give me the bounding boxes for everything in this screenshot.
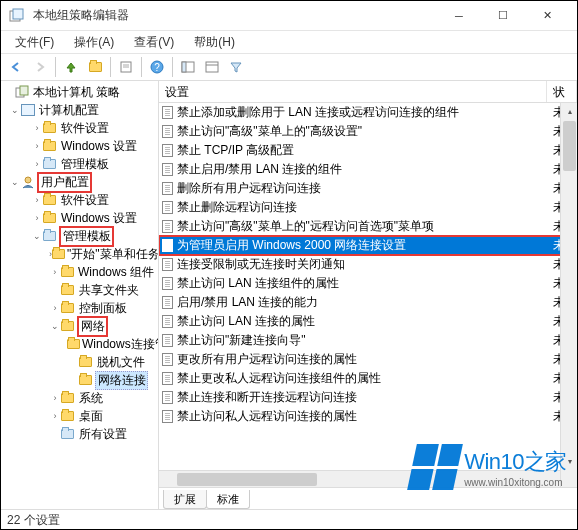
extended-icon[interactable] [177,56,199,78]
setting-label: 禁止访问私人远程访问连接的属性 [175,408,549,425]
setting-row[interactable]: 连接受限制或无连接时关闭通知未 [159,255,577,274]
tree-network-connections[interactable]: 网络连接 [95,371,148,390]
tree-item[interactable]: 控制面板 [77,300,127,317]
setting-row[interactable]: 禁止访问"高级"菜单上的"高级设置"未 [159,122,577,141]
setting-row[interactable]: 禁止访问"新建连接向导"未 [159,331,577,350]
tree-item[interactable]: Windows 设置 [59,138,137,155]
tree-item[interactable]: 软件设置 [59,192,109,209]
folder-icon [43,139,59,153]
scroll-thumb[interactable] [563,121,576,171]
setting-row[interactable]: 禁止删除远程访问连接未 [159,198,577,217]
folder-icon [43,193,59,207]
nav-back-button[interactable] [5,56,27,78]
settings-list[interactable]: 禁止添加或删除用于 LAN 连接或远程访问连接的组件未禁止访问"高级"菜单上的"… [159,103,577,487]
tree-user-config[interactable]: 用户配置 [37,172,92,193]
tree-pane[interactable]: 本地计算机 策略 ⌄计算机配置 ›软件设置 ›Windows 设置 ›管理模板 … [1,81,159,509]
nav-up-button[interactable] [60,56,82,78]
folder-icon [61,409,77,423]
setting-label: 为管理员启用 Windows 2000 网络连接设置 [175,237,549,254]
setting-row[interactable]: 禁止访问 LAN 连接的属性未 [159,312,577,331]
tree-item[interactable]: "开始"菜单和任务栏 [65,246,159,263]
tree-item[interactable]: 系统 [77,390,103,407]
tree-item[interactable]: 管理模板 [59,156,109,173]
show-tree-button[interactable] [84,56,106,78]
folder-icon [79,373,95,387]
folder-icon [43,121,59,135]
menu-view[interactable]: 查看(V) [126,32,182,53]
setting-icon [159,296,175,309]
tree-computer-config[interactable]: 计算机配置 [37,102,99,119]
setting-row[interactable]: 更改所有用户远程访问连接的属性未 [159,350,577,369]
tree-item[interactable]: 桌面 [77,408,103,425]
setting-label: 禁止访问"高级"菜单上的"远程访问首选项"菜单项 [175,218,549,235]
folder-icon [79,355,95,369]
tree-root[interactable]: 本地计算机 策略 [31,84,120,101]
setting-row[interactable]: 为管理员启用 Windows 2000 网络连接设置未 [159,236,577,255]
setting-row[interactable]: 删除所有用户远程访问连接未 [159,179,577,198]
setting-row[interactable]: 禁止 TCP/IP 高级配置未 [159,141,577,160]
setting-icon [159,353,175,366]
svg-rect-1 [13,9,23,19]
menu-help[interactable]: 帮助(H) [186,32,243,53]
folder-icon [43,157,59,171]
setting-row[interactable]: 禁止连接和断开连接远程访问连接未 [159,388,577,407]
setting-row[interactable]: 禁止访问"高级"菜单上的"远程访问首选项"菜单项未 [159,217,577,236]
app-icon [9,8,25,24]
list-header: 设置 状态 [159,81,577,103]
policy-icon [15,85,31,99]
tree-item[interactable]: Windows 组件 [76,264,154,281]
setting-icon [159,277,175,290]
menu-file[interactable]: 文件(F) [7,32,62,53]
properties-button[interactable] [115,56,137,78]
expand-icon[interactable]: ⌄ [9,177,21,187]
tree-item[interactable]: Windows 设置 [59,210,137,227]
folder-icon [52,247,65,261]
svg-rect-12 [20,86,28,95]
setting-icon [159,201,175,214]
tree-item[interactable]: 所有设置 [77,426,127,443]
standard-icon[interactable] [201,56,223,78]
close-button[interactable]: ✕ [525,2,569,30]
tree-item[interactable]: 共享文件夹 [77,282,139,299]
setting-row[interactable]: 禁止访问私人远程访问连接的属性未 [159,407,577,426]
tree-admin-templates[interactable]: 管理模板 [59,226,114,247]
tree-network[interactable]: 网络 [77,316,108,337]
expand-icon[interactable]: ⌄ [9,105,21,115]
menu-action[interactable]: 操作(A) [66,32,122,53]
setting-label: 禁止访问 LAN 连接组件的属性 [175,275,549,292]
setting-row[interactable]: 禁止启用/禁用 LAN 连接的组件未 [159,160,577,179]
tree-item[interactable]: 软件设置 [59,120,109,137]
folder-icon [61,319,77,333]
setting-icon [159,410,175,423]
setting-label: 禁止 TCP/IP 高级配置 [175,142,549,159]
setting-label: 禁止添加或删除用于 LAN 连接或远程访问连接的组件 [175,104,549,121]
tree-item[interactable]: 脱机文件 [95,354,145,371]
setting-row[interactable]: 启用/禁用 LAN 连接的能力未 [159,293,577,312]
computer-icon [21,103,37,117]
column-state[interactable]: 状态 [547,81,577,102]
folder-icon [61,265,76,279]
folder-icon [67,337,80,351]
scroll-thumb[interactable] [177,473,317,486]
setting-row[interactable]: 禁止更改私人远程访问连接组件的属性未 [159,369,577,388]
setting-label: 禁止启用/禁用 LAN 连接的组件 [175,161,549,178]
setting-row[interactable]: 禁止访问 LAN 连接组件的属性未 [159,274,577,293]
setting-row[interactable]: 禁止添加或删除用于 LAN 连接或远程访问连接的组件未 [159,103,577,122]
svg-rect-8 [182,62,186,72]
setting-icon [159,125,175,138]
tree-item[interactable]: Windows连接管理器 [80,336,159,353]
setting-icon [159,239,175,252]
filter-button[interactable] [225,56,247,78]
setting-label: 启用/禁用 LAN 连接的能力 [175,294,549,311]
maximize-button[interactable]: ☐ [481,2,525,30]
tab-standard[interactable]: 标准 [206,490,250,509]
tab-extended[interactable]: 扩展 [163,490,207,509]
setting-label: 禁止更改私人远程访问连接组件的属性 [175,370,549,387]
setting-icon [159,163,175,176]
vertical-scrollbar[interactable]: ▴▾ [560,103,577,487]
horizontal-scrollbar[interactable] [159,470,560,487]
help-button[interactable]: ? [146,56,168,78]
folder-icon [43,211,59,225]
column-setting[interactable]: 设置 [159,81,547,102]
minimize-button[interactable]: ─ [437,2,481,30]
